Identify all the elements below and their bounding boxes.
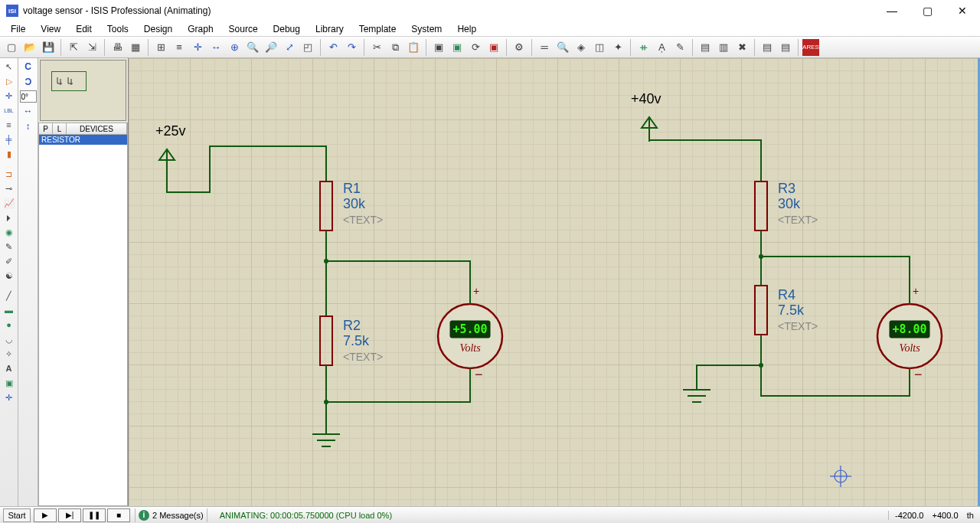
tape-icon[interactable]: ⏵ [2, 211, 17, 224]
design-explorer-icon[interactable]: ▤ [697, 39, 714, 56]
autoroute-icon[interactable]: ᚑ [635, 39, 652, 56]
graph-tool-icon[interactable]: 📈 [2, 196, 17, 210]
zoom-center-icon[interactable]: ⊕ [226, 39, 243, 56]
maximize-button[interactable]: ▢ [910, 0, 945, 21]
wire[interactable] [326, 374, 470, 402]
menu-help[interactable]: Help [449, 22, 484, 36]
menu-view[interactable]: View [33, 22, 68, 36]
menu-debug[interactable]: Debug [266, 22, 308, 36]
menu-graph[interactable]: Graph [180, 22, 220, 36]
rotation-input[interactable] [20, 90, 37, 103]
start-button[interactable]: Start [3, 508, 31, 522]
new-sheet-icon[interactable]: ▥ [715, 39, 732, 56]
block-delete-icon[interactable]: ▣ [485, 39, 502, 56]
rotate-cw-icon[interactable]: C [21, 60, 36, 74]
save-file-icon[interactable]: 💾 [40, 39, 57, 56]
wire-tool-icon[interactable]: ═ [536, 39, 553, 56]
tag-icon[interactable]: ◈ [573, 39, 590, 56]
new-file-icon[interactable]: ▢ [3, 39, 20, 56]
junction-tool-icon[interactable]: ✛ [2, 89, 17, 103]
layers-icon[interactable]: ≡ [171, 39, 188, 56]
current-probe-icon[interactable]: ✐ [2, 254, 17, 268]
part-item-resistor[interactable]: RESISTOR [39, 135, 127, 145]
wire[interactable] [167, 146, 326, 192]
marker-tool-icon[interactable]: ✛ [2, 391, 17, 404]
arc-tool-icon[interactable]: ◡ [2, 332, 17, 346]
export-icon[interactable]: ⇲ [83, 39, 100, 56]
menu-source[interactable]: Source [221, 22, 266, 36]
block-move-icon[interactable]: ▣ [449, 39, 466, 56]
bom-icon[interactable]: ▤ [759, 39, 776, 56]
play-button[interactable]: ▶ [34, 508, 57, 522]
close-button[interactable]: ✕ [945, 0, 980, 21]
component-tool-icon[interactable]: ▷ [2, 74, 17, 88]
power-terminal-2[interactable] [642, 117, 657, 142]
resistor-r3[interactable] [755, 181, 767, 230]
parts-header-devices[interactable]: DEVICES [67, 123, 127, 134]
parts-header-p[interactable]: P [39, 123, 53, 134]
minimize-button[interactable]: ― [874, 0, 910, 21]
menu-file[interactable]: File [3, 22, 33, 36]
text-script-icon[interactable]: ≡ [2, 118, 17, 132]
wire[interactable] [326, 261, 470, 296]
redo-icon[interactable]: ↷ [343, 39, 360, 56]
mirror-v-icon[interactable]: ↕ [21, 119, 36, 133]
grid-icon[interactable]: ⊞ [152, 39, 169, 56]
stop-button[interactable]: ■ [107, 508, 130, 522]
ground-2[interactable] [683, 390, 710, 402]
mirror-h-icon[interactable]: ↔ [21, 104, 36, 118]
print-icon[interactable]: 🖶 [109, 39, 126, 56]
open-file-icon[interactable]: 📂 [21, 39, 38, 56]
selection-tool-icon[interactable]: ↖ [2, 60, 17, 74]
package-icon[interactable]: ◫ [591, 39, 608, 56]
circle-tool-icon[interactable]: ● [2, 318, 17, 332]
line-tool-icon[interactable]: ╱ [2, 289, 17, 302]
erc-icon[interactable]: ▤ [777, 39, 794, 56]
virtual-instrument-icon[interactable]: ☯ [2, 269, 17, 283]
resistor-r1[interactable] [320, 181, 332, 230]
area-select-icon[interactable]: ▦ [127, 39, 144, 56]
pick-library-icon[interactable]: ⚙ [511, 39, 528, 56]
symbol-tool-icon[interactable]: ▣ [2, 376, 17, 390]
menu-tools[interactable]: Tools [100, 22, 136, 36]
parts-header-l[interactable]: L [53, 123, 67, 134]
menu-design[interactable]: Design [136, 22, 180, 36]
delete-sheet-icon[interactable]: ✖ [733, 39, 750, 56]
copy-icon[interactable]: ⧉ [387, 39, 403, 56]
origin-icon[interactable]: ✛ [189, 39, 206, 56]
step-button[interactable]: ▶| [58, 508, 81, 522]
wire-label-icon[interactable]: LBL [2, 103, 17, 117]
wire[interactable] [649, 140, 761, 174]
search-icon[interactable]: 🔍 [554, 39, 571, 56]
menu-template[interactable]: Template [351, 22, 404, 36]
zoom-area-icon[interactable]: ◰ [299, 39, 316, 56]
text-tool-icon[interactable]: A [2, 361, 17, 375]
ground-1[interactable] [312, 434, 340, 446]
rotate-ccw-icon[interactable]: C [21, 75, 36, 89]
device-pin-icon[interactable]: ⊸ [2, 181, 17, 195]
resistor-r4[interactable] [755, 286, 767, 335]
bus-tool-icon[interactable]: ╪ [2, 132, 17, 146]
overview-window[interactable] [40, 60, 126, 121]
pause-button[interactable]: ❚❚ [83, 508, 106, 522]
path-tool-icon[interactable]: ✧ [2, 347, 17, 361]
undo-icon[interactable]: ↶ [325, 39, 341, 56]
parts-list[interactable]: RESISTOR [38, 135, 128, 506]
cut-icon[interactable]: ✂ [368, 39, 385, 56]
decompose-icon[interactable]: ✦ [609, 39, 626, 56]
box-tool-icon[interactable]: ▬ [2, 303, 17, 317]
pan-icon[interactable]: ↔ [207, 39, 224, 56]
zoom-fit-icon[interactable]: ⤢ [281, 39, 298, 56]
generator-icon[interactable]: ◉ [2, 225, 17, 239]
menu-system[interactable]: System [403, 22, 449, 36]
resistor-r2[interactable] [320, 316, 332, 365]
messages-count[interactable]: 2 Message(s) [152, 511, 204, 520]
zoom-out-icon[interactable]: 🔎 [263, 39, 279, 56]
wire[interactable] [697, 365, 761, 390]
wire[interactable] [761, 365, 910, 396]
voltage-probe-icon[interactable]: ✎ [2, 240, 17, 253]
block-rotate-icon[interactable]: ⟳ [467, 39, 484, 56]
block-copy-icon[interactable]: ▣ [430, 39, 447, 56]
terminal-icon[interactable]: ⊐ [2, 167, 17, 181]
paste-icon[interactable]: 📋 [405, 39, 422, 56]
